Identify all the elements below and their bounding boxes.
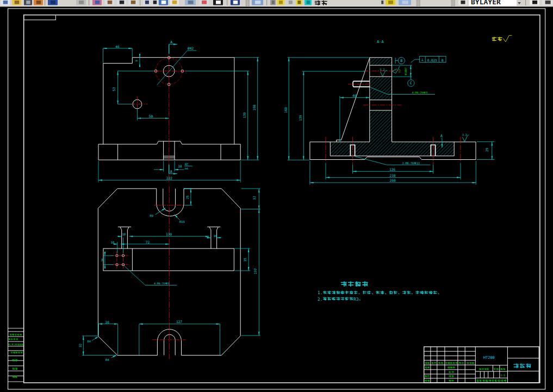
dim-r4-2: R4 — [105, 358, 109, 362]
toolbar-grip[interactable] — [419, 0, 420, 6]
dim-9: 9 — [135, 60, 138, 61]
datum-a-label: A — [440, 134, 443, 138]
partial-icon-detail — [545, 1, 551, 4]
svg-text:2-M6-7H: 2-M6-7H — [402, 161, 414, 165]
table-icon-detail — [161, 1, 166, 4]
dim-42: Ø42 — [188, 46, 194, 50]
section-label-a-bottom: A — [170, 170, 172, 174]
dim-14: 14 — [101, 258, 104, 262]
dropdown-arrow-icon-detail — [381, 1, 383, 4]
grid-icon-detail — [216, 1, 221, 4]
save-icon-detail — [26, 1, 30, 4]
dim-130: 130 — [166, 232, 172, 236]
dim-53: 53 — [112, 87, 116, 91]
svg-text:4-M4-7H: 4-M4-7H — [412, 91, 424, 94]
dim-46: 46 — [115, 45, 120, 48]
toolbar-separator — [45, 0, 45, 5]
roughness-base: 3.2 — [462, 133, 467, 136]
dim-32-left: 32 — [78, 344, 82, 348]
dim-160: 160 — [284, 107, 288, 113]
layer-color-icon-detail — [388, 1, 393, 4]
material-label: HT200 — [483, 356, 495, 360]
fcf-symbol: ⊥ — [421, 58, 424, 62]
svg-text:R3: R3 — [353, 297, 359, 302]
zoom-out-icon-detail — [131, 1, 136, 4]
dim-r9: R9 — [150, 214, 154, 217]
dim-29: 29 — [485, 148, 489, 152]
svg-text:Ø18H7: Ø18H7 — [405, 67, 407, 75]
layers-icon-detail — [255, 1, 261, 4]
layer-lock-icon-detail — [297, 1, 301, 4]
dim-260: 260 — [390, 178, 396, 182]
toolbar-grip[interactable] — [453, 0, 455, 6]
svg-text:9: 9 — [168, 282, 170, 285]
dim-210: 210 — [389, 173, 395, 177]
dim-35: 35 — [244, 258, 247, 262]
toolbar-separator — [140, 0, 140, 5]
dim-18-fit-num: H7 — [185, 163, 188, 166]
toolbar-grip[interactable] — [246, 0, 247, 6]
toolbar-separator — [227, 0, 227, 5]
dim-127: 127 — [176, 320, 182, 323]
dim-10-right: 10 — [213, 234, 217, 238]
fcf-datum: B — [442, 58, 444, 62]
dim-126: 126 — [389, 167, 395, 171]
roughness-side: 3.2 — [398, 69, 401, 73]
dim-18: 18 — [178, 164, 182, 168]
pan-icon-detail — [95, 1, 100, 4]
toolbar-grip[interactable] — [451, 0, 452, 6]
display-icon-detail — [202, 1, 207, 4]
text-icon-detail — [153, 1, 157, 4]
dim-30: 30 — [105, 320, 110, 324]
datum-b-label: B — [400, 59, 402, 63]
lineweight-pen-icon-detail — [461, 1, 465, 4]
svg-text:1:1: 1:1 — [501, 374, 506, 377]
print-icon-detail — [36, 1, 41, 4]
m6-callout: 2-M6-7H12 — [402, 161, 420, 165]
redo-icon-detail — [79, 1, 84, 4]
lineweight-combo-value: BYLAYER — [471, 0, 501, 6]
layers2-icon-detail — [402, 1, 408, 4]
open-icon-detail — [15, 1, 20, 4]
layer-state-icon-detail — [272, 1, 275, 4]
layer-freeze-icon-detail — [289, 1, 293, 4]
svg-text:(: ( — [10, 343, 11, 346]
new-doc-icon-detail — [3, 1, 8, 4]
table-edit-icon-detail — [172, 1, 177, 4]
canvas-background — [0, 7, 553, 392]
view-3d-icon-detail — [188, 1, 194, 4]
undo-icon-detail — [51, 1, 55, 4]
dim-style-icon-detail — [532, 1, 537, 4]
toolbar-grip[interactable] — [417, 0, 418, 6]
layer-color-swatch-detail — [307, 1, 310, 4]
dim-10-holes: 10 — [111, 241, 115, 244]
dim-197: 197 — [253, 268, 257, 274]
dim-72: 72 — [146, 240, 150, 244]
svg-text:): ) — [14, 343, 15, 346]
drawing-canvas[interactable]: () — [0, 7, 553, 392]
roughness-bore: 3.2 — [380, 68, 384, 71]
dim-139: 139 — [299, 115, 302, 121]
toolbar: BYLAYER — [0, 0, 553, 7]
dim-222: 222 — [166, 176, 172, 180]
title-block-scale-value: 1:1 — [501, 374, 506, 377]
dim-10-left: 10 — [122, 233, 126, 236]
dim-50: 50 — [149, 114, 153, 118]
dim-25: 25 — [185, 195, 189, 200]
toolbar-separator — [525, 0, 526, 5]
svg-text:12: 12 — [417, 161, 420, 165]
zoom-window-icon-detail — [120, 1, 125, 4]
svg-text:9: 9 — [426, 91, 427, 94]
info-icon-detail — [233, 1, 238, 4]
dim-46: 46 — [352, 94, 357, 97]
datum-c-label: C — [410, 81, 412, 85]
fcf-tolerance: 0.025 — [427, 58, 437, 62]
dim-r4-1: R4 — [87, 340, 91, 343]
svg-text:4-M4-7H: 4-M4-7H — [154, 282, 165, 285]
application-window: BYLAYER () — [0, 0, 553, 392]
toolbar-grip[interactable] — [248, 0, 249, 6]
section-title: A-A — [377, 40, 384, 44]
section-label-a-top: A — [170, 40, 172, 45]
dim-139: 139 — [243, 112, 246, 118]
toolbar-border — [0, 7, 553, 7]
